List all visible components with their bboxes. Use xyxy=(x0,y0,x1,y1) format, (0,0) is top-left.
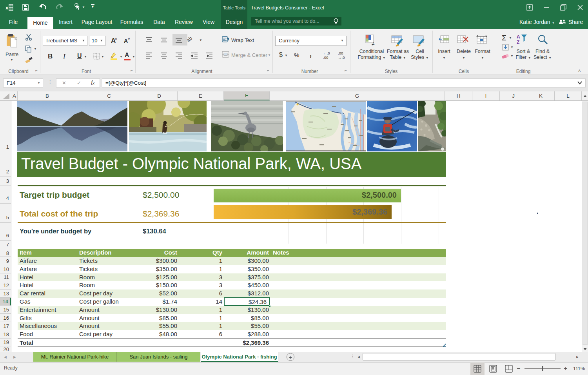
svg-text:Z: Z xyxy=(517,40,519,45)
svg-text:≠: ≠ xyxy=(372,40,375,47)
svg-text:A: A xyxy=(517,34,520,40)
svg-text:x: x xyxy=(5,5,9,11)
svg-text:ab: ab xyxy=(185,36,194,43)
